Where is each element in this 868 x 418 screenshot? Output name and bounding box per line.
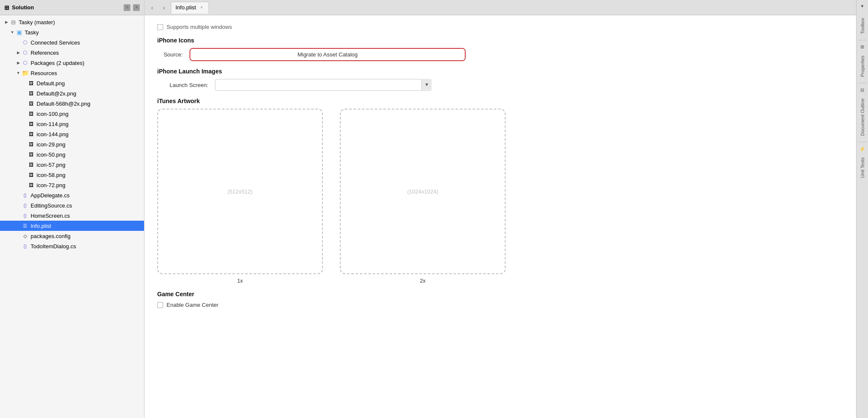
cs-file-icon2: {}: [21, 202, 29, 209]
file-img-icon9: 🖼: [27, 161, 35, 168]
properties-icon[interactable]: ⊞: [858, 43, 867, 51]
main-wrapper: ‹ › Info.plist × Supports multiple windo…: [144, 0, 868, 418]
sidebar-item-default568h2x-png[interactable]: ▶ 🖼 Default-568h@2x.png: [0, 98, 144, 109]
tree-label-icon144-png: icon-144.png: [37, 131, 141, 137]
tab-close-button[interactable]: ×: [198, 5, 204, 11]
nav-back-button[interactable]: ‹: [147, 3, 157, 13]
document-outline-panel-item[interactable]: Document Outline: [858, 95, 867, 139]
file-img-icon2: 🖼: [27, 90, 35, 97]
main-area: ‹ › Info.plist × Supports multiple windo…: [144, 0, 856, 418]
tree-label-todoitemdialog-cs: TodoItemDialog.cs: [31, 243, 141, 250]
sidebar-item-references[interactable]: ▶ ⬡ References: [0, 48, 144, 58]
sidebar-item-resources[interactable]: ▼ 📁 Resources: [0, 68, 144, 78]
file-img-icon: 🖼: [27, 79, 35, 87]
arrow-packages: ▶: [15, 60, 21, 66]
file-img-icon11: 🖼: [27, 181, 35, 189]
artwork-512-label: (512x512): [228, 188, 253, 195]
artwork-2x-label: 2x: [420, 278, 426, 284]
arrow-references: ▶: [15, 50, 21, 56]
plist-file-icon: ☰: [21, 222, 29, 230]
folder-open-icon: ▣: [15, 28, 23, 36]
tree-label-connected-services: Connected Services: [31, 39, 141, 46]
resources-folder-icon: 📁: [21, 69, 29, 77]
packages-icon: ⬡: [21, 59, 29, 67]
sidebar-item-icon29-png[interactable]: ▶ 🖼 icon-29.png: [0, 139, 144, 149]
tree-label-default568h2x-png: Default-568h@2x.png: [37, 101, 141, 107]
enable-game-center-checkbox[interactable]: [157, 302, 163, 308]
unit-tests-panel-item[interactable]: Unit Tests: [858, 154, 867, 181]
sidebar-item-default-png[interactable]: ▶ 🖼 Default.png: [0, 78, 144, 88]
tree-item-solution[interactable]: ▶ ⊟ Tasky (master): [0, 17, 144, 27]
supports-windows-checkbox[interactable]: [157, 24, 163, 30]
sidebar-item-editingsource-cs[interactable]: ▶ {} EditingSource.cs: [0, 200, 144, 210]
content-area: Supports multiple windows iPhone Icons S…: [144, 15, 856, 418]
cs-file-icon: {}: [21, 191, 29, 199]
file-img-icon3: 🖼: [27, 100, 35, 107]
arrow-icon: ▶: [3, 19, 9, 25]
file-img-icon6: 🖼: [27, 130, 35, 138]
document-outline-icon[interactable]: ⊟: [858, 86, 867, 94]
source-row: Source: Migrate to Asset Catalog: [157, 48, 843, 61]
sidebar-resize-icon[interactable]: ⧉: [124, 4, 130, 11]
tree-label-icon29-png: icon-29.png: [37, 141, 141, 148]
game-center-title: Game Center: [157, 291, 843, 297]
top-arrow-icon[interactable]: ▼: [858, 2, 867, 10]
iphone-icons-section: iPhone Icons Source: Migrate to Asset Ca…: [157, 37, 843, 61]
tree-label-icon100-png: icon-100.png: [37, 111, 141, 117]
unit-tests-icon[interactable]: ⚡: [858, 145, 867, 153]
cs-file-icon3: {}: [21, 212, 29, 219]
launch-screen-dropdown[interactable]: [215, 79, 432, 91]
tree-item-tasky[interactable]: ▼ ▣ Tasky: [0, 27, 144, 37]
launch-screen-row: Launch Screen: ▼: [157, 79, 843, 91]
tree-label-default-png: Default.png: [37, 80, 141, 87]
sidebar-item-packages-config[interactable]: ▶ ◇ packages.config: [0, 231, 144, 241]
artwork-item-1x: (512x512) 1x: [157, 109, 323, 284]
sidebar-item-info-plist[interactable]: ▶ ☰ Info.plist: [0, 221, 144, 231]
sidebar-tree: ▶ ⊟ Tasky (master) ▼ ▣ Tasky ▶ ⬡ Connect…: [0, 15, 144, 418]
tree-label-editingsource-cs: EditingSource.cs: [31, 202, 141, 209]
iphone-launch-images-title: iPhone Launch Images: [157, 68, 843, 75]
sidebar-item-appdelegate-cs[interactable]: ▶ {} AppDelegate.cs: [0, 190, 144, 200]
right-panel: ▼ Toolbox ⊞ Properties ⊟ Document Outlin…: [856, 0, 868, 418]
artwork-box-512[interactable]: (512x512): [157, 109, 323, 274]
tree-label-info-plist: Info.plist: [31, 223, 141, 229]
sidebar-title: ⊞ Solution: [4, 4, 34, 11]
sidebar-item-packages[interactable]: ▶ ⬡ Packages (2 updates): [0, 58, 144, 68]
file-img-icon5: 🖼: [27, 120, 35, 128]
iphone-icons-title: iPhone Icons: [157, 37, 843, 44]
tree-label-references: References: [31, 50, 141, 56]
config-file-icon: ◇: [21, 232, 29, 240]
sidebar-item-icon50-png[interactable]: ▶ 🖼 icon-50.png: [0, 149, 144, 160]
sidebar-item-icon72-png[interactable]: ▶ 🖼 icon-72.png: [0, 180, 144, 190]
arrow-resources: ▼: [15, 70, 21, 76]
sidebar-item-icon144-png[interactable]: ▶ 🖼 icon-144.png: [0, 129, 144, 139]
sidebar-item-icon58-png[interactable]: ▶ 🖼 icon-58.png: [0, 170, 144, 180]
artwork-row: (512x512) 1x (1024x1024) 2x: [157, 109, 843, 284]
sidebar-item-homescreen-cs[interactable]: ▶ {} HomeScreen.cs: [0, 210, 144, 221]
sidebar-close-icon[interactable]: ✕: [133, 4, 140, 11]
artwork-box-1024[interactable]: (1024x1024): [340, 109, 506, 274]
game-center-section: Game Center Enable Game Center: [157, 291, 843, 308]
sidebar-item-icon100-png[interactable]: ▶ 🖼 icon-100.png: [0, 109, 144, 119]
sidebar-item-connected-services[interactable]: ▶ ⬡ Connected Services: [0, 37, 144, 48]
sidebar-item-icon57-png[interactable]: ▶ 🖼 icon-57.png: [0, 160, 144, 170]
references-icon: ⬡: [21, 49, 29, 56]
migrate-to-asset-catalog-button[interactable]: Migrate to Asset Catalog: [190, 49, 465, 60]
sidebar: ⊞ Solution ⧉ ✕ ▶ ⊟ Tasky (master) ▼ ▣ Ta…: [0, 0, 144, 418]
tree-label-icon57-png: icon-57.png: [37, 162, 141, 168]
sidebar-item-todoitemdialog-cs[interactable]: ▶ {} TodoItemDialog.cs: [0, 241, 144, 251]
dropdown-arrow-icon[interactable]: ▼: [421, 79, 432, 90]
sidebar-item-default2x-png[interactable]: ▶ 🖼 Default@2x.png: [0, 88, 144, 98]
sidebar-item-icon114-png[interactable]: ▶ 🖼 icon-114.png: [0, 119, 144, 129]
enable-game-center-row: Enable Game Center: [157, 302, 843, 308]
connected-services-icon: ⬡: [21, 39, 29, 46]
nav-forward-button[interactable]: ›: [159, 3, 169, 13]
panel-divider-3: [858, 142, 867, 142]
artwork-1x-label: 1x: [237, 278, 243, 284]
file-img-icon10: 🖼: [27, 171, 35, 179]
artwork-1024-label: (1024x1024): [407, 188, 438, 195]
properties-panel-item[interactable]: Properties: [858, 52, 867, 80]
toolbox-panel-item[interactable]: Toolbox: [858, 14, 867, 37]
file-img-icon8: 🖼: [27, 151, 35, 158]
info-plist-tab[interactable]: Info.plist ×: [171, 2, 209, 14]
